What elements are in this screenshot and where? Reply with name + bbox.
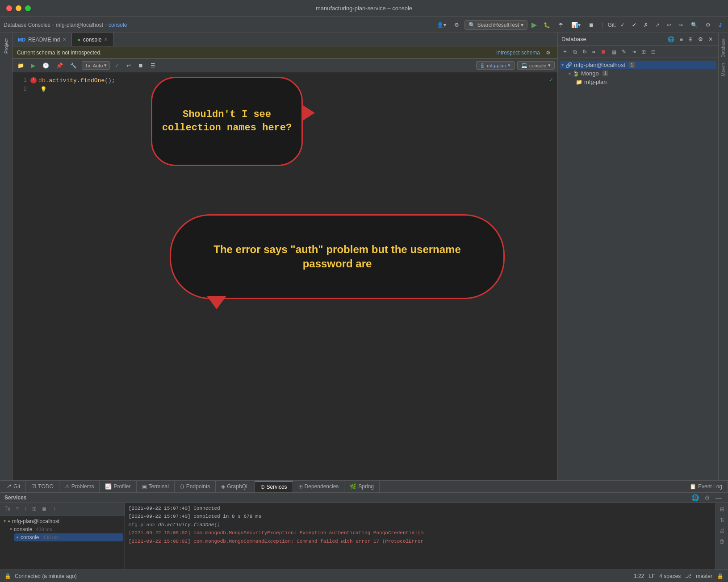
check-mark: ✓ bbox=[549, 76, 553, 83]
svc-tree-console2[interactable]: ● console 438 ms bbox=[14, 533, 123, 541]
todo-tab-label: TODO bbox=[38, 483, 53, 490]
git-x-button[interactable]: ✗ bbox=[641, 21, 651, 29]
jetbrains-button[interactable]: J bbox=[716, 21, 724, 29]
stop-editor-button[interactable]: ⏹ bbox=[136, 62, 146, 70]
svc-add-button[interactable]: ＋ bbox=[50, 504, 59, 514]
services-collapse-button[interactable]: — bbox=[714, 493, 724, 502]
debug-button[interactable]: 🐛 bbox=[541, 21, 553, 29]
user-icon-button[interactable]: 👤▾ bbox=[434, 21, 449, 29]
stop-button[interactable]: ⏹ bbox=[586, 21, 597, 29]
git-check-button[interactable]: ✓ bbox=[618, 21, 628, 29]
maximize-button[interactable] bbox=[25, 5, 31, 11]
tab-profiler[interactable]: 📈 Profiler bbox=[100, 481, 136, 492]
schema-notice-text: Current schema is not introspected. bbox=[17, 50, 493, 56]
svc-list-button[interactable]: ≣ bbox=[40, 505, 48, 513]
svc-print-button[interactable]: 🖨 bbox=[718, 526, 726, 535]
globe-icon-button[interactable]: 🌐 bbox=[666, 35, 676, 43]
git-undo-button[interactable]: ↩ bbox=[664, 21, 674, 29]
undo-editor-button[interactable]: ↩ bbox=[124, 62, 133, 70]
editor-toolbar: 📁 ▶ 🕐 📌 🔧 Tx: Auto ▾ ✓ ↩ ⏹ ☰ 🗄 mfg-plan … bbox=[13, 59, 557, 72]
tab-endpoints[interactable]: ⟨⟩ Endpoints bbox=[175, 481, 216, 492]
filter-icon-button[interactable]: ⊞ bbox=[686, 35, 695, 43]
tx-selector[interactable]: Tx: Auto ▾ bbox=[82, 61, 110, 70]
profile-button[interactable]: 📊▾ bbox=[569, 21, 583, 29]
console-indicator[interactable]: 💻 console ▾ bbox=[517, 61, 555, 70]
git-redo-button[interactable]: ↪ bbox=[676, 21, 686, 29]
edit-db-button[interactable]: ✎ bbox=[620, 48, 628, 56]
tree-item-mfgplan[interactable]: 📁 mfg-plan bbox=[574, 78, 716, 86]
services-panel: Services 🌐 ⚙ — Tx ≡ ↑ ⊞ ≣ ＋ bbox=[0, 493, 728, 570]
breadcrumb-part2[interactable]: mfg-plan@localhost bbox=[56, 22, 103, 28]
svc-up-button[interactable]: ↑ bbox=[22, 505, 29, 513]
svc-grid-button[interactable]: ⊞ bbox=[30, 505, 38, 513]
settings-button[interactable]: ⚙ bbox=[703, 21, 713, 29]
status-connection[interactable]: Connected (a minute ago) bbox=[15, 573, 77, 579]
tab-problems[interactable]: ⚠ Problems bbox=[59, 481, 100, 492]
tab-terminal[interactable]: ▣ Terminal bbox=[137, 481, 175, 492]
svc-sort-button[interactable]: ⇅ bbox=[719, 515, 726, 524]
svc-trash-button[interactable]: 🗑 bbox=[718, 537, 726, 546]
services-globe-button[interactable]: 🌐 bbox=[690, 493, 701, 502]
tree-item-mongo[interactable]: ▾ 🍃 Mongo 1 bbox=[567, 69, 716, 78]
tab-spring[interactable]: 🌿 Spring bbox=[344, 481, 380, 492]
minimize-button[interactable] bbox=[16, 5, 21, 11]
maven-sidebar-icon[interactable]: Maven bbox=[720, 61, 727, 78]
top-toolbar: Database Consoles › mfg-plan@localhost ›… bbox=[0, 17, 728, 33]
close-button[interactable] bbox=[6, 5, 12, 11]
filter-db-button[interactable]: ⊟ bbox=[649, 48, 657, 56]
align-icon-button[interactable]: ≡ bbox=[678, 35, 685, 43]
link-db-button[interactable]: ⇥ bbox=[630, 48, 638, 56]
tab-dependencies[interactable]: ⊞ Dependencies bbox=[293, 481, 345, 492]
add-db-button[interactable]: ＋ bbox=[561, 47, 569, 56]
tab-todo[interactable]: ☑ TODO bbox=[26, 481, 59, 492]
svc-tree-console1[interactable]: ▾ console 438 ms bbox=[8, 525, 123, 533]
tab-graphql[interactable]: ◈ GraphQL bbox=[216, 481, 255, 492]
status-branch: master bbox=[696, 573, 712, 579]
search-result-test-button[interactable]: 🔍 SearchResultTest ▾ bbox=[464, 20, 527, 30]
code-area[interactable]: 1 ! db.activity.findOne(); ✓ 2 💡 S bbox=[13, 72, 557, 538]
db-indicator[interactable]: 🗄 mfg-plan ▾ bbox=[476, 61, 515, 70]
schema-settings-button[interactable]: ⚙ bbox=[544, 49, 553, 57]
console-db-button[interactable]: ▤ bbox=[610, 48, 618, 56]
introspect-button[interactable]: Introspect schema bbox=[496, 50, 540, 56]
tab-console-close[interactable]: ✕ bbox=[104, 37, 108, 42]
refresh-db-button[interactable]: ↻ bbox=[581, 48, 589, 56]
svc-filter-button[interactable]: ⊟ bbox=[719, 505, 726, 514]
git-arrow-button[interactable]: ↗ bbox=[653, 21, 662, 29]
schema-db-button[interactable]: ≈ bbox=[590, 48, 597, 56]
run-button[interactable]: ▶ bbox=[530, 19, 538, 30]
close-panel-button[interactable]: ✕ bbox=[707, 35, 715, 43]
table-db-button[interactable]: ⊞ bbox=[640, 48, 648, 56]
run-config-button[interactable]: ⚙ bbox=[452, 21, 462, 29]
spring-tab-label: Spring bbox=[358, 483, 374, 490]
check-editor-button[interactable]: ✓ bbox=[113, 62, 121, 70]
tab-git[interactable]: ⎇ Git bbox=[0, 481, 26, 492]
list-button[interactable]: ☰ bbox=[148, 62, 158, 70]
services-settings-button[interactable]: ⚙ bbox=[703, 493, 712, 502]
dependencies-tab-icon: ⊞ bbox=[298, 483, 303, 490]
tab-eventlog[interactable]: 📋 Event Log bbox=[684, 481, 728, 492]
svc-tree-connection[interactable]: ▾ ● mfg-plan@localhost bbox=[2, 517, 123, 525]
search-button[interactable]: 🔍 bbox=[688, 21, 700, 29]
settings-panel-button[interactable]: ⚙ bbox=[696, 35, 705, 43]
project-sidebar-icon[interactable]: Project bbox=[2, 37, 11, 55]
breadcrumb-part1[interactable]: Database Consoles bbox=[4, 22, 50, 28]
tab-readme-close[interactable]: ✕ bbox=[63, 37, 66, 42]
copy-db-button[interactable]: ⧉ bbox=[571, 48, 579, 56]
coverage-button[interactable]: ☂ bbox=[556, 21, 566, 29]
breadcrumb-part3: console bbox=[109, 22, 127, 28]
svc-align-button[interactable]: ≡ bbox=[14, 505, 21, 513]
clock-button[interactable]: 🕐 bbox=[40, 62, 51, 70]
stop-db-button[interactable]: ⏹ bbox=[599, 48, 608, 56]
git-checkmark-button[interactable]: ✔ bbox=[629, 21, 639, 29]
tab-services[interactable]: ⊙ Services bbox=[255, 481, 293, 492]
tree-item-connection[interactable]: ▾ 🔗 mfg-plan@localhost 1 bbox=[560, 61, 716, 69]
wrench-button[interactable]: 🔧 bbox=[68, 62, 79, 70]
play-editor-button[interactable]: ▶ bbox=[29, 62, 38, 70]
pin-button[interactable]: 📌 bbox=[54, 62, 65, 70]
tab-readme[interactable]: MD README.md ✕ bbox=[13, 33, 72, 46]
folder-icon-button[interactable]: 📁 bbox=[15, 62, 26, 70]
problems-tab-icon: ⚠ bbox=[65, 483, 70, 490]
tab-console[interactable]: ● console ✕ bbox=[72, 33, 113, 46]
database-sidebar-icon[interactable]: Database bbox=[720, 37, 727, 59]
